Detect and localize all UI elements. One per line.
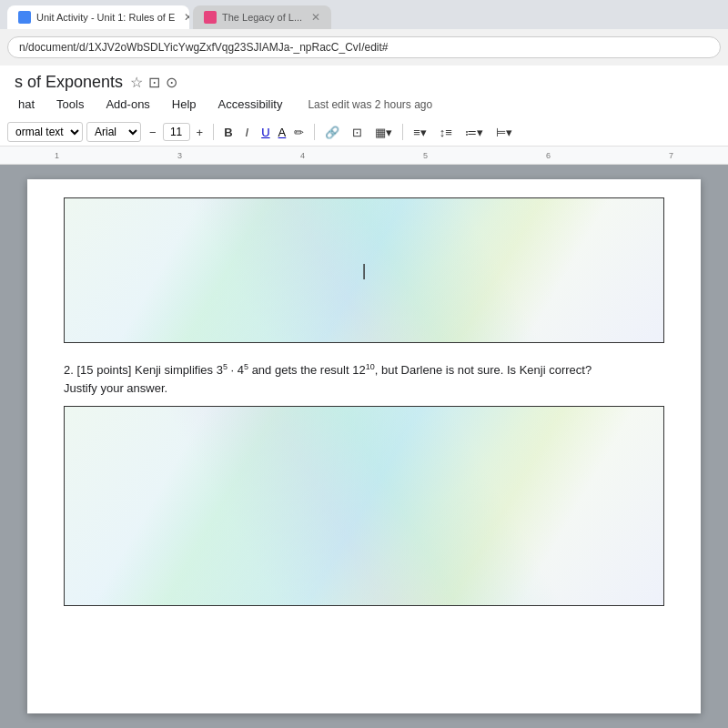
ruler-numbers: 1 3 4 5 6 7: [55, 151, 673, 160]
question-2-justify: Justify your answer.: [64, 381, 167, 395]
cloud-icon[interactable]: ⊙: [166, 74, 177, 91]
font-color-button[interactable]: A: [278, 126, 287, 139]
align-button[interactable]: ≡▾: [409, 123, 431, 142]
last-edit-label: Last edit was 2 hours ago: [308, 98, 432, 111]
table-button[interactable]: ▦▾: [370, 123, 397, 142]
docs-title-row: s of Exponents ☆ ⊡ ⊙: [15, 73, 713, 92]
tab-close-2[interactable]: ✕: [311, 11, 320, 24]
tab-bar: Unit Activity - Unit 1: Rules of E ✕ The…: [0, 0, 728, 29]
docs-title-icons: ☆ ⊡ ⊙: [130, 74, 177, 91]
text-cursor: |: [362, 261, 367, 280]
question-2-number: 2.: [64, 363, 74, 377]
docs-toolbar: ormal text Arial − + B I U A ✏ 🔗 ⊡ ▦▾: [0, 118, 728, 147]
tab-close-1[interactable]: ✕: [184, 11, 189, 24]
line-spacing-button[interactable]: ↕≡: [435, 123, 457, 142]
tab-icon-2: [204, 11, 217, 24]
ruler-mark-6: 6: [546, 151, 551, 160]
menu-item-tools[interactable]: Tools: [53, 96, 87, 113]
font-size-input[interactable]: [163, 123, 190, 141]
page: | 2. [15 points] Kenji simplifies 35 · 4…: [27, 179, 701, 713]
toolbar-divider-3: [402, 124, 403, 140]
tab-active[interactable]: Unit Activity - Unit 1: Rules of E ✕: [7, 5, 189, 29]
address-bar-row: n/document/d/1XJV2oWbSDLYicYwgZxfVqg23SJ…: [0, 29, 728, 66]
image-button[interactable]: ⊡: [348, 123, 367, 142]
menu-item-addons[interactable]: Add-ons: [102, 96, 153, 113]
menu-item-hat[interactable]: hat: [15, 96, 38, 113]
font-size-minus-button[interactable]: −: [145, 123, 161, 142]
folder-icon[interactable]: ⊡: [148, 74, 160, 91]
docs-menu-bar: hat Tools Add-ons Help Accessibility Las…: [15, 96, 713, 113]
docs-title: s of Exponents: [15, 73, 123, 92]
star-icon[interactable]: ☆: [130, 74, 143, 91]
toolbar-divider-1: [213, 124, 214, 140]
question-2-text-part1: Kenji simplifies 35 · 45 and gets the re…: [135, 363, 592, 377]
font-color-label: A: [278, 126, 287, 139]
ruler-mark-7: 7: [669, 151, 673, 160]
tab-inactive[interactable]: The Legacy of L... ✕: [193, 5, 331, 29]
answer-box-2-shimmer: [65, 407, 663, 605]
docs-header: s of Exponents ☆ ⊡ ⊙ hat Tools Add-ons H…: [0, 66, 728, 118]
ruler-mark-1: 1: [55, 151, 59, 160]
menu-item-accessibility[interactable]: Accessibility: [215, 96, 287, 113]
tab-label-2: The Legacy of L...: [222, 12, 302, 23]
underline-button[interactable]: U: [257, 123, 274, 142]
google-docs-frame: s of Exponents ☆ ⊡ ⊙ hat Tools Add-ons H…: [0, 66, 728, 728]
ruler-mark-5: 5: [423, 151, 428, 160]
paragraph-style-select[interactable]: ormal text: [7, 122, 83, 142]
italic-button[interactable]: I: [241, 123, 254, 142]
font-size-plus-button[interactable]: +: [192, 123, 208, 142]
browser-frame: Unit Activity - Unit 1: Rules of E ✕ The…: [0, 0, 728, 728]
docs-body[interactable]: | 2. [15 points] Kenji simplifies 35 · 4…: [0, 165, 728, 728]
font-size-controls: − +: [145, 123, 207, 142]
tab-icon-1: [18, 11, 31, 24]
bold-button[interactable]: B: [219, 123, 237, 142]
font-select[interactable]: Arial: [86, 122, 141, 142]
menu-item-help[interactable]: Help: [168, 96, 200, 113]
ruler-mark-4: 4: [300, 151, 305, 160]
answer-box-1[interactable]: |: [64, 197, 664, 343]
link-button[interactable]: 🔗: [320, 123, 344, 142]
answer-box-2[interactable]: [64, 406, 664, 606]
highlight-button[interactable]: ✏: [289, 123, 308, 142]
indent-button[interactable]: ⊨▾: [491, 123, 517, 142]
question-2: 2. [15 points] Kenji simplifies 35 · 45 …: [64, 361, 664, 397]
question-2-points: [15 points]: [76, 363, 131, 377]
tab-label-1: Unit Activity - Unit 1: Rules of E: [36, 12, 175, 23]
ruler-mark-3: 3: [177, 151, 182, 160]
list-button[interactable]: ≔▾: [460, 123, 488, 142]
ruler: 1 3 4 5 6 7: [0, 147, 728, 165]
address-bar[interactable]: n/document/d/1XJV2oWbSDLYicYwgZxfVqg23SJ…: [7, 36, 721, 58]
toolbar-divider-2: [314, 124, 315, 140]
